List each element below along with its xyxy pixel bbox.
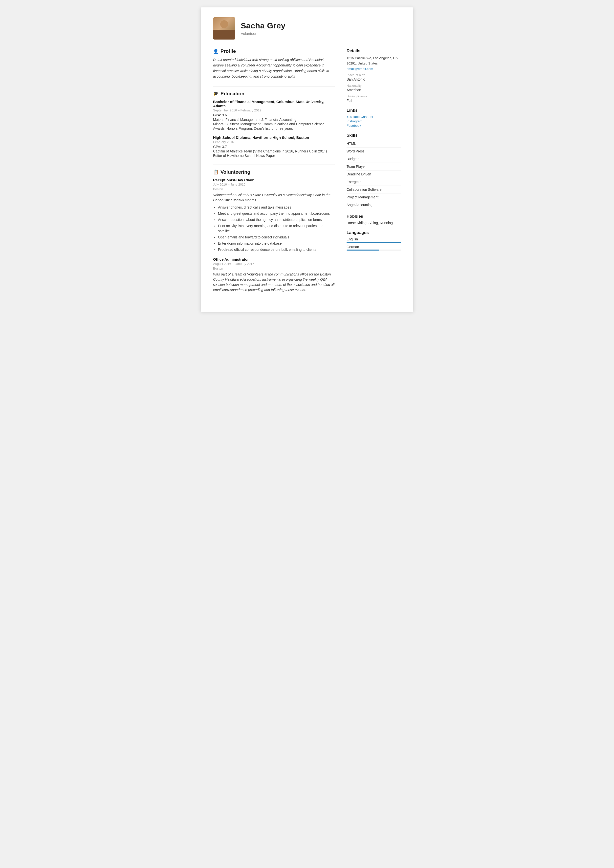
left-column: 👤 Profile Detail-oriented individual wit…: [213, 48, 335, 299]
lang-english-name: English: [347, 237, 401, 241]
edu-item-2: High School Diploma, Hawthorne High Scho…: [213, 135, 335, 158]
place-of-birth-label: Place of birth: [347, 73, 401, 77]
list-item: Meet and greet guests and accompany them…: [218, 211, 335, 216]
languages-section: Languages English German: [347, 230, 401, 251]
link-instagram[interactable]: Instragram: [347, 119, 401, 123]
skill-project-management: Project Management: [347, 194, 401, 201]
volunteering-section-title: 📋 Volunteering: [213, 169, 335, 175]
list-item: Enter donor information into the databas…: [218, 241, 335, 246]
edu-degree-1: Bachelor of Financial Management, Columb…: [213, 99, 335, 108]
list-item: Answer questions about the agency and di…: [218, 217, 335, 222]
right-column: Details 1515 Pacific Ave, Los Angeles, C…: [347, 48, 401, 299]
nationality-label: Nationality: [347, 84, 401, 87]
vol-desc-1: Volunteered at Columbus State University…: [213, 192, 335, 203]
hobbies-text: Horse Riding, Skiing, Running: [347, 221, 401, 225]
details-section: Details 1515 Pacific Ave, Los Angeles, C…: [347, 48, 401, 102]
profile-text: Detail-oriented individual with strong m…: [213, 57, 335, 79]
candidate-subtitle: Volunteer: [241, 31, 286, 36]
links-section: Links YouTube Channel Instragram Faceboo…: [347, 108, 401, 127]
edu-detail-majors: Majors: Financial Management & Financial…: [213, 118, 335, 122]
edu-detail-gpa-1: GPA: 3.6: [213, 113, 335, 117]
skills-title: Skills: [347, 133, 401, 138]
vol-dates-1: July 2016 – June 2016: [213, 183, 335, 186]
two-col-layout: 👤 Profile Detail-oriented individual wit…: [213, 48, 401, 299]
driving-license-label: Driving license: [347, 95, 401, 98]
lang-english-bar-bg: [347, 242, 401, 243]
candidate-name: Sacha Grey: [241, 21, 286, 30]
lang-english-bar-fill: [347, 242, 401, 243]
vol-dates-2: August 2016 – January 2017: [213, 262, 335, 266]
details-title: Details: [347, 48, 401, 53]
vol-item-1: Receptionist/Day Chair July 2016 – June …: [213, 178, 335, 252]
edu-detail-minors: Minors: Business Management, Communicati…: [213, 122, 335, 126]
vol-title-1: Receptionist/Day Chair: [213, 178, 335, 182]
list-item: Proofread official correspondence before…: [218, 247, 335, 252]
skill-team-player: Team Player: [347, 163, 401, 170]
edu-detail-gpa-2: GPA: 3.7: [213, 145, 335, 149]
lang-german-name: German: [347, 245, 401, 249]
edu-detail-editor: Editor of Hawthorne School News Paper: [213, 154, 335, 158]
header: Sacha Grey Volunteer: [213, 17, 401, 40]
edu-dates-1: September 2016 – February 2019: [213, 108, 335, 112]
links-title: Links: [347, 108, 401, 113]
lang-german-bar-fill: [347, 250, 379, 251]
hobbies-section: Hobbies Horse Riding, Skiing, Running: [347, 214, 401, 225]
profile-section: 👤 Profile Detail-oriented individual wit…: [213, 48, 335, 79]
link-facebook[interactable]: Facebook: [347, 124, 401, 127]
vol-desc-2: Was part of a team of Volunteers at the …: [213, 272, 335, 293]
header-text: Sacha Grey Volunteer: [241, 21, 286, 36]
lang-german: German: [347, 245, 401, 251]
volunteering-section: 📋 Volunteering Receptionist/Day Chair Ju…: [213, 169, 335, 293]
avatar: [213, 17, 235, 40]
detail-address: 1515 Pacific Ave, Los Angeles, CA 90291,…: [347, 55, 401, 66]
skills-section: Skills HTML Word Press Budgets Team Play…: [347, 133, 401, 209]
languages-title: Languages: [347, 230, 401, 235]
edu-detail-athletics: Captain of Athletics Team (State Champio…: [213, 149, 335, 153]
vol-item-2: Office Administrator August 2016 – Janua…: [213, 257, 335, 293]
skill-deadline-driven: Deadline Driven: [347, 170, 401, 178]
list-item: Print activity lists every morning and d…: [218, 223, 335, 234]
skill-collaboration-software: Collaboration Software: [347, 186, 401, 194]
profile-section-title: 👤 Profile: [213, 48, 335, 54]
vol-location-2: Boston: [213, 267, 335, 270]
skill-energetic: Energetic: [347, 178, 401, 186]
education-icon: 🎓: [213, 91, 219, 96]
divider-2: [213, 164, 335, 165]
list-item: Open emails and forward to correct indiv…: [218, 235, 335, 240]
person-icon: 👤: [213, 49, 219, 54]
driving-license-value: Full: [347, 99, 401, 102]
detail-email: email@email.com: [347, 67, 401, 71]
place-of-birth-value: San Antonio: [347, 78, 401, 81]
edu-dates-2: February 2016: [213, 140, 335, 144]
vol-list-1: Answer phones, direct calls and take mes…: [213, 205, 335, 252]
hobbies-title: Hobbies: [347, 214, 401, 219]
edu-detail-awards: Awards: Honors Program, Dean's list for …: [213, 127, 335, 130]
divider-1: [213, 86, 335, 87]
education-section: 🎓 Education Bachelor of Financial Manage…: [213, 91, 335, 158]
edu-item-1: Bachelor of Financial Management, Columb…: [213, 99, 335, 130]
lang-german-bar-bg: [347, 250, 401, 251]
vol-title-2: Office Administrator: [213, 257, 335, 261]
edu-degree-2: High School Diploma, Hawthorne High Scho…: [213, 135, 335, 140]
vol-location-1: Boston: [213, 187, 335, 191]
skill-html: HTML: [347, 140, 401, 147]
volunteering-icon: 📋: [213, 169, 219, 175]
lang-english: English: [347, 237, 401, 243]
resume-card: Sacha Grey Volunteer 👤 Profile Detail-or…: [201, 8, 413, 312]
skill-budgets: Budgets: [347, 155, 401, 163]
link-youtube[interactable]: YouTube Channel: [347, 115, 401, 119]
education-section-title: 🎓 Education: [213, 91, 335, 97]
skill-sage-accounting: Sage Accounting: [347, 201, 401, 209]
nationality-value: American: [347, 88, 401, 92]
list-item: Answer phones, direct calls and take mes…: [218, 205, 335, 210]
skill-wordpress: Word Press: [347, 147, 401, 155]
